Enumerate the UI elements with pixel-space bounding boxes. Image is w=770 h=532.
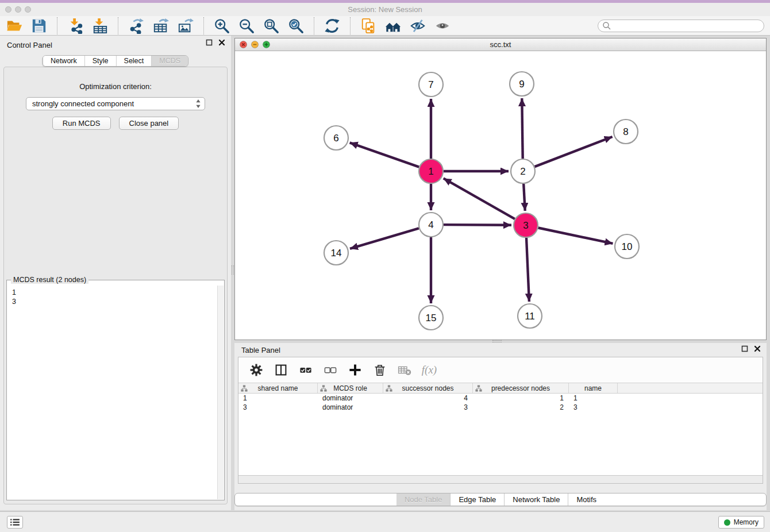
graph-node-label: 10 — [622, 241, 633, 252]
column-header-predecessor-nodes[interactable]: predecessor nodes — [473, 383, 569, 393]
select-all-icon[interactable] — [298, 363, 313, 377]
mcds-result-text[interactable]: 13 — [7, 286, 217, 499]
tab-node-table[interactable]: Node Table — [396, 494, 451, 506]
tab-network[interactable]: Network — [43, 56, 85, 66]
vertical-splitter-handle[interactable] — [232, 265, 234, 275]
table-cell[interactable]: 4 — [383, 394, 473, 403]
table-cell[interactable]: 1 — [473, 394, 569, 403]
tab-mcds[interactable]: MCDS — [152, 56, 188, 66]
refresh-icon[interactable] — [324, 17, 341, 34]
table-cell[interactable]: 3 — [238, 403, 318, 412]
clone-network-icon[interactable] — [360, 17, 377, 34]
graph-edge-2-9[interactable] — [522, 98, 522, 159]
graph-edge-3-10[interactable] — [538, 228, 613, 244]
memory-button-label: Memory — [734, 518, 759, 526]
select-stepper-icon — [195, 99, 201, 109]
delete-table-icon[interactable] — [397, 363, 412, 377]
export-image-icon[interactable] — [177, 17, 194, 34]
zoom-out-icon[interactable] — [238, 17, 255, 34]
table-cell[interactable]: dominator — [318, 403, 383, 412]
trash-icon[interactable] — [372, 363, 387, 377]
table-cell[interactable]: 1 — [569, 394, 618, 403]
toolbar-separator — [118, 17, 118, 34]
table-cell[interactable]: 2 — [473, 403, 569, 412]
graph-edge-3-1[interactable] — [444, 178, 515, 219]
graph-node-label: 9 — [519, 79, 524, 90]
search-input[interactable] — [598, 20, 764, 32]
export-table-icon[interactable] — [152, 17, 170, 34]
add-icon[interactable] — [348, 363, 363, 377]
graph-edge-2-3[interactable] — [523, 184, 525, 211]
graph-edge-4-3[interactable] — [444, 225, 511, 225]
graph-edge-1-6[interactable] — [350, 142, 419, 167]
graph-node-label: 6 — [333, 133, 338, 144]
minimize-light[interactable] — [251, 41, 259, 48]
save-icon[interactable] — [30, 17, 48, 34]
app-titlebar: Session: New Session — [0, 3, 770, 16]
graph-edge-3-11[interactable] — [526, 238, 529, 302]
search-box — [598, 20, 764, 32]
tab-edge-table[interactable]: Edge Table — [451, 494, 505, 506]
close-light[interactable] — [240, 41, 247, 48]
task-history-button[interactable] — [7, 516, 23, 529]
horizontal-splitter-handle[interactable] — [492, 340, 502, 342]
table-header-row: shared nameMCDS rolesuccessor nodesprede… — [238, 383, 763, 394]
window-title: Session: New Session — [0, 5, 770, 14]
column-header-successor-nodes[interactable]: successor nodes — [383, 383, 473, 393]
import-table-icon[interactable] — [91, 17, 109, 34]
table-cell[interactable]: 3 — [383, 403, 473, 412]
graph-node-label: 1 — [428, 166, 433, 177]
column-header-name[interactable]: name — [569, 383, 618, 393]
mcds-result-title: MCDS result (2 nodes) — [11, 276, 88, 284]
function-icon[interactable]: f(x) — [422, 363, 437, 377]
tab-style[interactable]: Style — [85, 56, 117, 66]
control-panel-tabs: NetworkStyleSelectMCDS — [43, 55, 188, 67]
table-horizontal-scrollbar[interactable] — [238, 475, 763, 483]
mcds-result-group: MCDS result (2 nodes) 13 — [6, 280, 225, 500]
memory-status-dot — [724, 519, 730, 526]
table-panel: Table Panel f(x) shared nameMCDS rolesuc… — [234, 343, 767, 510]
deselect-all-icon[interactable] — [323, 363, 338, 377]
column-header-label: predecessor nodes — [491, 384, 550, 392]
tree-icon — [241, 385, 248, 392]
zoom-in-icon[interactable] — [213, 17, 230, 34]
close-panel-icon[interactable] — [754, 345, 761, 352]
result-scrollbar[interactable] — [217, 286, 224, 499]
table-row[interactable]: 3dominator323 — [238, 403, 763, 412]
float-panel-icon[interactable] — [741, 345, 748, 352]
network-window-titlebar[interactable]: scc.txt — [235, 38, 766, 51]
zoom-selected-icon[interactable] — [287, 17, 305, 34]
close-panel-icon[interactable] — [218, 39, 225, 46]
float-panel-icon[interactable] — [206, 39, 213, 46]
table-cell[interactable]: dominator — [318, 394, 383, 403]
tab-network-table[interactable]: Network Table — [505, 494, 568, 506]
zoom-fit-icon[interactable] — [263, 17, 280, 34]
export-network-icon[interactable] — [128, 17, 145, 34]
table-cell[interactable]: 1 — [238, 394, 318, 403]
zoom-light[interactable] — [263, 41, 270, 48]
import-network-icon[interactable] — [67, 17, 84, 34]
node-table-container: f(x) shared nameMCDS rolesuccessor nodes… — [238, 357, 763, 484]
network-canvas[interactable]: 7968124314101511 — [235, 51, 766, 340]
column-header-shared-name[interactable]: shared name — [238, 383, 318, 393]
open-file-icon[interactable] — [6, 17, 23, 34]
table-cell[interactable]: 3 — [569, 403, 618, 412]
table-row[interactable]: 1dominator411 — [238, 394, 763, 403]
tab-select[interactable]: Select — [117, 56, 152, 66]
memory-button[interactable]: Memory — [718, 516, 764, 529]
close-panel-button[interactable]: Close panel — [119, 117, 179, 130]
toolbar-separator — [350, 17, 351, 34]
table-toolbar: f(x) — [238, 357, 763, 383]
toolbar-separator — [57, 17, 57, 34]
graph-edge-4-14[interactable] — [350, 228, 419, 249]
graph-edge-2-8[interactable] — [535, 137, 613, 167]
tab-motifs[interactable]: Motifs — [568, 494, 605, 506]
hide-icon[interactable] — [409, 17, 426, 34]
gear-icon[interactable] — [249, 363, 264, 377]
run-mcds-button[interactable]: Run MCDS — [52, 117, 111, 130]
columns-icon[interactable] — [274, 363, 288, 377]
column-header-mcds-role[interactable]: MCDS role — [318, 383, 383, 393]
criterion-select[interactable]: strongly connected component — [26, 97, 205, 110]
first-neighbors-icon[interactable] — [384, 17, 402, 34]
show-icon[interactable] — [434, 17, 451, 34]
